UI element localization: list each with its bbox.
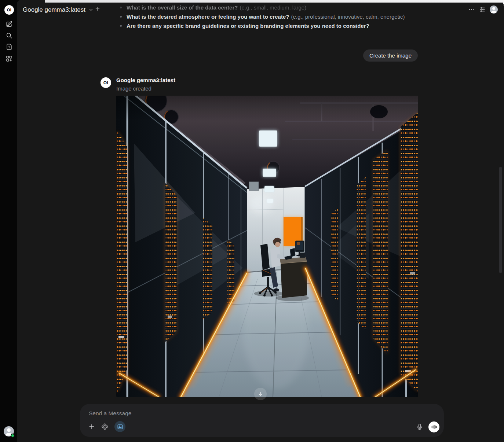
user-message-text: Create the image [369, 52, 412, 59]
scrollbar-thumb[interactable] [499, 167, 502, 273]
chevron-down-icon [88, 7, 94, 12]
list-item: What is the overall size of the data cen… [120, 3, 417, 12]
plus-icon[interactable] [88, 423, 95, 430]
arrow-down-icon [258, 391, 263, 397]
new-chat-plus-icon[interactable] [95, 6, 101, 12]
bullet-note: (e.g., small, medium, large) [240, 4, 306, 11]
notes-icon[interactable] [6, 43, 13, 51]
microphone-icon[interactable] [416, 423, 423, 431]
assistant-question-list: What is the overall size of the data cen… [120, 3, 417, 30]
assistant-avatar: OI [101, 77, 111, 88]
message-composer: Send a Message [80, 404, 444, 437]
top-strip [45, 0, 504, 3]
assistant-status: Image created [116, 85, 151, 92]
person-icon [490, 5, 498, 14]
search-icon[interactable] [6, 32, 13, 39]
workspace-icon[interactable] [6, 55, 13, 62]
bullet-text: What is the overall size of the data cen… [127, 4, 238, 11]
image-icon [117, 424, 123, 430]
bullet-text: What is the desired atmosphere or feelin… [127, 14, 289, 20]
model-selector[interactable]: Google gemma3:latest [23, 4, 94, 15]
integrations-icon[interactable] [101, 423, 109, 430]
list-item: What is the desired atmosphere or feelin… [120, 12, 417, 21]
message-input[interactable]: Send a Message [89, 410, 435, 418]
image-generation-toggle[interactable] [114, 421, 125, 432]
top-right-corner [498, 0, 504, 6]
ellipsis-icon[interactable] [468, 6, 475, 13]
bullet-note: (e.g., professional, innovative, calm, e… [291, 14, 405, 20]
assistant-avatar-initials: OI [103, 80, 109, 85]
assistant-name: Google gemma3:latest [116, 77, 175, 83]
scroll-to-bottom-button[interactable] [254, 388, 267, 400]
bullet-text: Are there any specific brand guidelines … [127, 23, 369, 29]
voice-mode-button[interactable] [428, 421, 439, 432]
bullet-dot [120, 25, 122, 27]
model-name: Google gemma3:latest [23, 6, 85, 14]
new-chat-icon[interactable] [6, 21, 13, 28]
waveform-icon [431, 424, 437, 430]
data-center-illustration [116, 96, 418, 397]
sidebar: OI [0, 0, 17, 442]
list-item: Are there any specific brand guidelines … [120, 21, 417, 30]
account-avatar[interactable] [490, 5, 498, 14]
bullet-dot [120, 16, 122, 18]
bullet-dot [120, 7, 122, 8]
app-logo-initials: OI [7, 8, 12, 12]
message-input-placeholder: Send a Message [89, 410, 131, 416]
user-message-bubble: Create the image [363, 49, 418, 62]
online-status-dot [11, 434, 15, 438]
controls-icon[interactable] [479, 6, 486, 13]
app-logo[interactable]: OI [4, 5, 14, 15]
generated-image[interactable] [116, 96, 418, 397]
